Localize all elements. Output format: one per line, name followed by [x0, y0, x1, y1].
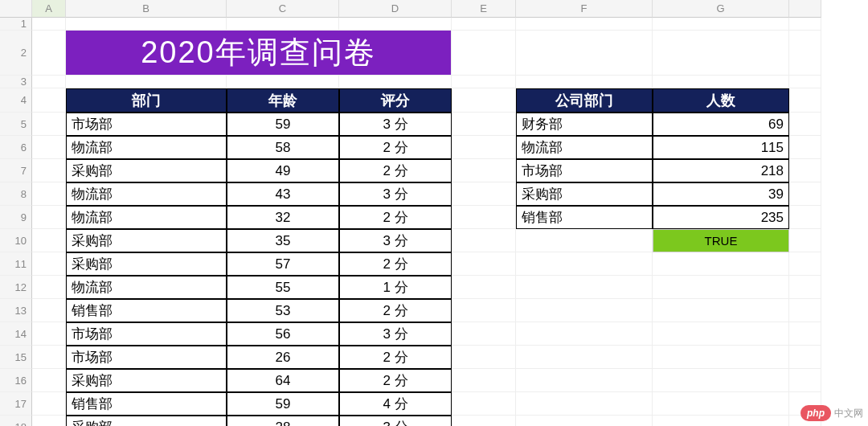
main-cell-dept-12[interactable]: 销售部: [66, 392, 227, 416]
column-header-A[interactable]: A: [32, 0, 66, 18]
side-cell-count-4[interactable]: 235: [653, 206, 789, 229]
side-cell-dept-4[interactable]: 销售部: [516, 206, 653, 229]
cell-E18[interactable]: [452, 416, 516, 426]
cell-G13[interactable]: [653, 299, 789, 322]
cell-H16[interactable]: [789, 369, 821, 392]
cell-A13[interactable]: [32, 299, 66, 322]
side-header-dept[interactable]: 公司部门: [516, 88, 653, 113]
side-cell-count-1[interactable]: 115: [653, 136, 789, 159]
cell-A6[interactable]: [32, 136, 66, 159]
cell-G1[interactable]: [653, 18, 789, 31]
main-header-age[interactable]: 年龄: [227, 88, 339, 113]
cell-G18[interactable]: [653, 416, 789, 426]
row-header-12[interactable]: 12: [0, 276, 32, 299]
cell-D1[interactable]: [339, 18, 452, 31]
main-cell-score-4[interactable]: 2 分: [339, 206, 452, 229]
cell-A8[interactable]: [32, 182, 66, 206]
main-cell-dept-2[interactable]: 采购部: [66, 159, 227, 182]
cell-A5[interactable]: [32, 113, 66, 136]
cell-B3[interactable]: [66, 76, 227, 88]
cell-E17[interactable]: [452, 392, 516, 416]
main-cell-age-10[interactable]: 26: [227, 346, 339, 369]
row-header-1[interactable]: 1: [0, 18, 32, 31]
row-header-14[interactable]: 14: [0, 322, 32, 346]
cell-A1[interactable]: [32, 18, 66, 31]
cell-E12[interactable]: [452, 276, 516, 299]
cell-F16[interactable]: [516, 369, 653, 392]
cell-E16[interactable]: [452, 369, 516, 392]
main-cell-score-12[interactable]: 4 分: [339, 392, 452, 416]
cell-A7[interactable]: [32, 159, 66, 182]
main-cell-dept-11[interactable]: 采购部: [66, 369, 227, 392]
main-cell-score-8[interactable]: 2 分: [339, 299, 452, 322]
cell-A2[interactable]: [32, 31, 66, 76]
main-header-score[interactable]: 评分: [339, 88, 452, 113]
cell-F1[interactable]: [516, 18, 653, 31]
main-cell-dept-7[interactable]: 物流部: [66, 276, 227, 299]
cell-A17[interactable]: [32, 392, 66, 416]
row-header-6[interactable]: 6: [0, 136, 32, 159]
survey-title[interactable]: 2020年调查问卷: [66, 31, 452, 76]
main-cell-dept-9[interactable]: 市场部: [66, 322, 227, 346]
main-cell-dept-0[interactable]: 市场部: [66, 113, 227, 136]
cell-E4[interactable]: [452, 88, 516, 113]
row-header-4[interactable]: 4: [0, 88, 32, 113]
row-header-3[interactable]: 3: [0, 76, 32, 88]
cell-G11[interactable]: [653, 252, 789, 276]
cell-F13[interactable]: [516, 299, 653, 322]
cell-H1[interactable]: [789, 18, 821, 31]
cell-E10[interactable]: [452, 229, 516, 252]
cell-E6[interactable]: [452, 136, 516, 159]
cell-G2[interactable]: [653, 31, 789, 76]
main-cell-dept-4[interactable]: 物流部: [66, 206, 227, 229]
cell-F18[interactable]: [516, 416, 653, 426]
row-header-8[interactable]: 8: [0, 182, 32, 206]
main-cell-age-12[interactable]: 59: [227, 392, 339, 416]
row-header-13[interactable]: 13: [0, 299, 32, 322]
column-header-F[interactable]: F: [516, 0, 653, 18]
side-cell-count-0[interactable]: 69: [653, 113, 789, 136]
cell-H15[interactable]: [789, 346, 821, 369]
row-header-16[interactable]: 16: [0, 369, 32, 392]
cell-F15[interactable]: [516, 346, 653, 369]
side-cell-count-3[interactable]: 39: [653, 182, 789, 206]
main-cell-dept-8[interactable]: 销售部: [66, 299, 227, 322]
cell-H9[interactable]: [789, 206, 821, 229]
main-cell-dept-3[interactable]: 物流部: [66, 182, 227, 206]
cell-E13[interactable]: [452, 299, 516, 322]
cell-A10[interactable]: [32, 229, 66, 252]
main-cell-age-11[interactable]: 64: [227, 369, 339, 392]
main-cell-score-0[interactable]: 3 分: [339, 113, 452, 136]
side-cell-dept-0[interactable]: 财务部: [516, 113, 653, 136]
cell-F2[interactable]: [516, 31, 653, 76]
cell-F17[interactable]: [516, 392, 653, 416]
cell-A18[interactable]: [32, 416, 66, 426]
cell-F14[interactable]: [516, 322, 653, 346]
cell-F12[interactable]: [516, 276, 653, 299]
spreadsheet-grid[interactable]: ABCDEFG122020年调查问卷34部门年龄评分公司部门人数5市场部593 …: [0, 0, 868, 426]
main-cell-age-8[interactable]: 53: [227, 299, 339, 322]
main-cell-dept-1[interactable]: 物流部: [66, 136, 227, 159]
side-cell-count-2[interactable]: 218: [653, 159, 789, 182]
cell-F11[interactable]: [516, 252, 653, 276]
cell-E14[interactable]: [452, 322, 516, 346]
cell-H5[interactable]: [789, 113, 821, 136]
row-header-7[interactable]: 7: [0, 159, 32, 182]
row-header-9[interactable]: 9: [0, 206, 32, 229]
main-cell-age-2[interactable]: 49: [227, 159, 339, 182]
cell-E11[interactable]: [452, 252, 516, 276]
column-header-G[interactable]: G: [653, 0, 789, 18]
cell-E1[interactable]: [452, 18, 516, 31]
cell-G15[interactable]: [653, 346, 789, 369]
cell-C1[interactable]: [227, 18, 339, 31]
main-cell-age-6[interactable]: 57: [227, 252, 339, 276]
cell-H11[interactable]: [789, 252, 821, 276]
cell-H4[interactable]: [789, 88, 821, 113]
cell-H13[interactable]: [789, 299, 821, 322]
cell-B1[interactable]: [66, 18, 227, 31]
column-header-E[interactable]: E: [452, 0, 516, 18]
cell-A9[interactable]: [32, 206, 66, 229]
cell-G3[interactable]: [653, 76, 789, 88]
main-cell-age-1[interactable]: 58: [227, 136, 339, 159]
cell-G14[interactable]: [653, 322, 789, 346]
